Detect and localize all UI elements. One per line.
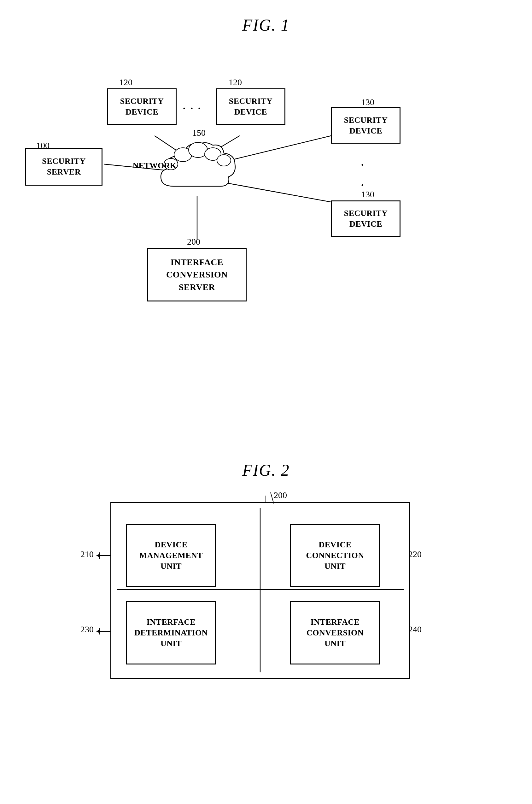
label-120-left: 120 <box>119 77 132 88</box>
network-cloud: 150 NETWORK <box>154 139 241 202</box>
fig2-title: FIG. 2 <box>242 461 290 479</box>
security-server-box: SECURITY SERVER <box>25 148 102 186</box>
fig2-internal-lines <box>110 502 410 679</box>
label-200: 200 <box>187 237 200 247</box>
fig1-title: FIG. 1 <box>242 16 290 34</box>
label-220: 220 <box>408 549 422 559</box>
cloud-svg <box>154 139 241 202</box>
label-120-right: 120 <box>229 77 242 88</box>
interface-conversion-server-box: INTERFACE CONVERSION SERVER <box>147 248 247 302</box>
svg-line-3 <box>227 136 331 161</box>
security-device-top-right-box: SECURITY DEVICE <box>216 88 285 125</box>
security-device-right-bottom-box: SECURITY DEVICE <box>331 200 400 237</box>
security-device-right-top-box: SECURITY DEVICE <box>331 107 400 144</box>
label-150: 150 <box>192 128 206 138</box>
svg-marker-18 <box>96 630 99 633</box>
security-device-top-left-box: SECURITY DEVICE <box>107 88 176 125</box>
page: FIG. 1 <box>0 0 532 804</box>
label-130-right-top: 130 <box>361 97 374 107</box>
dots-top: · · · <box>183 100 202 116</box>
network-label: NETWORK <box>111 161 198 170</box>
svg-point-22 <box>217 155 231 166</box>
label-210: 210 <box>80 549 94 559</box>
label-230: 230 <box>80 624 94 635</box>
svg-marker-17 <box>96 554 99 557</box>
svg-line-4 <box>227 183 331 202</box>
label-240: 240 <box>408 624 422 635</box>
label-130-right-bottom: 130 <box>361 189 374 200</box>
